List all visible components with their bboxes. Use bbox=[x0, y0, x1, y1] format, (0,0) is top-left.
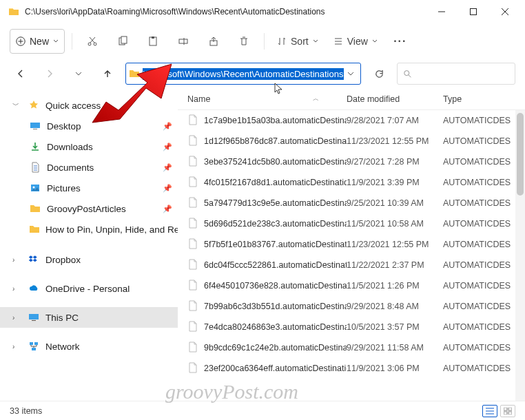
search-input[interactable] bbox=[416, 69, 509, 79]
network-icon bbox=[28, 341, 40, 352]
grid-icon bbox=[504, 408, 512, 414]
file-type: AUTOMATICDES bbox=[443, 281, 525, 291]
minimize-button[interactable] bbox=[426, 1, 457, 23]
file-row[interactable]: 7b99ab6c3d3b551d.automaticDestination..9… bbox=[178, 296, 525, 317]
folder-icon bbox=[8, 6, 19, 17]
file-row[interactable]: 5a794779d13c9e5e.automaticDestination..9… bbox=[178, 193, 525, 213]
pictures-icon bbox=[29, 182, 41, 193]
column-type[interactable]: Type bbox=[443, 94, 525, 104]
file-icon bbox=[187, 238, 198, 251]
sidebar-item-desktop[interactable]: Desktop📌 bbox=[0, 116, 178, 136]
up-button[interactable] bbox=[96, 63, 119, 85]
file-row[interactable]: 4fc015f2167d8d1.automaticDestinations-..… bbox=[178, 172, 525, 193]
sidebar-item-folder[interactable]: GroovyPostArticles📌 bbox=[0, 198, 178, 219]
file-type: AUTOMATICDES bbox=[443, 302, 525, 311]
file-row[interactable]: 6dc04f5ccc522861.automaticDestination..1… bbox=[178, 255, 525, 275]
delete-button[interactable] bbox=[231, 29, 257, 54]
svg-point-2 bbox=[88, 43, 91, 45]
copy-button[interactable] bbox=[110, 29, 136, 54]
arrow-right-icon bbox=[45, 69, 54, 78]
sidebar-item-onedrive[interactable]: ›OneDrive - Personal bbox=[0, 278, 178, 299]
search-box[interactable] bbox=[397, 63, 515, 85]
svg-point-3 bbox=[94, 43, 96, 45]
file-type: AUTOMATICDES bbox=[443, 178, 525, 187]
documents-icon bbox=[29, 162, 41, 173]
file-icon bbox=[187, 342, 198, 355]
file-name: 1c7a9be1b15a03ba.automaticDestination.. bbox=[204, 116, 347, 125]
column-name[interactable]: Name︿ bbox=[178, 94, 347, 104]
file-row[interactable]: 23ef200ca6364eff.automaticDestinations-.… bbox=[178, 358, 525, 379]
column-headers: Name︿ Date modified Type bbox=[178, 88, 525, 110]
file-icon bbox=[187, 114, 198, 127]
svg-point-14 bbox=[33, 187, 35, 189]
svg-rect-0 bbox=[471, 9, 477, 15]
file-date: 9/27/2021 7:28 PM bbox=[347, 157, 443, 167]
address-dropdown-button[interactable] bbox=[344, 67, 358, 80]
cut-button[interactable] bbox=[79, 29, 105, 54]
sidebar-item-pictures[interactable]: Pictures📌 bbox=[0, 178, 178, 198]
sidebar-item-network[interactable]: ›Network bbox=[0, 336, 178, 357]
new-button[interactable]: New bbox=[10, 29, 65, 54]
navigation-pane: ﹀ Quick access Desktop📌 Downloads📌 Docum… bbox=[0, 88, 178, 401]
recent-locations-button[interactable] bbox=[68, 63, 90, 85]
file-list: 1c7a9be1b15a03ba.automaticDestination..9… bbox=[178, 110, 525, 401]
arrow-left-icon bbox=[16, 69, 25, 78]
file-name: 4fc015f2167d8d1.automaticDestinations-.. bbox=[204, 178, 347, 187]
file-list-pane: Name︿ Date modified Type 1c7a9be1b15a03b… bbox=[178, 88, 525, 401]
view-button[interactable]: View bbox=[328, 29, 383, 54]
forward-button[interactable] bbox=[39, 63, 61, 85]
refresh-button[interactable] bbox=[368, 63, 390, 85]
file-row[interactable]: 1c7a9be1b15a03ba.automaticDestination..9… bbox=[178, 110, 525, 131]
file-name: 23ef200ca6364eff.automaticDestinations-.… bbox=[204, 364, 347, 373]
file-date: 11/9/2021 3:06 PM bbox=[347, 364, 443, 373]
sort-button[interactable]: Sort bbox=[271, 29, 324, 54]
rename-button[interactable] bbox=[170, 29, 196, 54]
sidebar-item-dropbox[interactable]: ›Dropbox bbox=[0, 249, 178, 270]
view-details-button[interactable] bbox=[482, 405, 497, 417]
cloud-icon bbox=[28, 283, 40, 294]
address-path[interactable]: \Microsoft\Windows\Recent\AutomaticDesti… bbox=[143, 68, 344, 80]
sidebar-item-quick-access[interactable]: ﹀ Quick access bbox=[0, 95, 178, 116]
scrollbar[interactable] bbox=[515, 110, 525, 401]
file-date: 11/5/2021 1:26 PM bbox=[347, 281, 443, 291]
svg-rect-23 bbox=[508, 412, 512, 414]
file-row[interactable]: 7e4dca80246863e3.automaticDestination..1… bbox=[178, 317, 525, 337]
pin-icon: 📌 bbox=[163, 184, 172, 193]
column-date[interactable]: Date modified bbox=[347, 94, 443, 104]
view-icon bbox=[333, 36, 343, 46]
more-button[interactable]: ··· bbox=[387, 29, 413, 54]
share-icon bbox=[208, 36, 219, 47]
close-button[interactable] bbox=[489, 1, 521, 23]
view-thumbnails-button[interactable] bbox=[500, 405, 515, 417]
file-icon bbox=[187, 321, 198, 334]
pin-icon: 📌 bbox=[163, 143, 172, 151]
sidebar-item-documents[interactable]: Documents📌 bbox=[0, 157, 178, 178]
downloads-icon bbox=[29, 141, 41, 152]
file-date: 11/22/2021 2:37 PM bbox=[347, 260, 443, 270]
file-row[interactable]: 9b9cdc69c1c24e2b.automaticDestination..9… bbox=[178, 337, 525, 358]
star-icon bbox=[28, 100, 40, 111]
file-row[interactable]: 5f7b5f1e01b83767.automaticDestination..1… bbox=[178, 234, 525, 255]
sidebar-item-folder[interactable]: How to Pin, Unpin, Hide, and Re bbox=[0, 219, 178, 240]
share-button[interactable] bbox=[200, 29, 227, 54]
file-row[interactable]: 1d12f965b876dc87.automaticDestination..1… bbox=[178, 131, 525, 151]
sidebar-item-downloads[interactable]: Downloads📌 bbox=[0, 136, 178, 157]
pin-icon: 📌 bbox=[163, 163, 172, 172]
address-bar[interactable]: \Microsoft\Windows\Recent\AutomaticDesti… bbox=[125, 63, 361, 85]
back-button[interactable] bbox=[10, 63, 32, 85]
file-date: 10/5/2021 3:57 PM bbox=[347, 322, 443, 332]
paste-button[interactable] bbox=[140, 29, 166, 54]
file-row[interactable]: 5d696d521de238c3.automaticDestination..1… bbox=[178, 213, 525, 234]
scrollbar-thumb[interactable] bbox=[517, 113, 524, 196]
file-row[interactable]: 6f4e45010736e828.automaticDestination..1… bbox=[178, 275, 525, 296]
sort-icon bbox=[277, 36, 287, 46]
svg-rect-16 bbox=[32, 320, 36, 321]
file-row[interactable]: 3ebe375241dc5b80.automaticDestination..9… bbox=[178, 151, 525, 172]
chevron-right-icon: › bbox=[12, 285, 22, 293]
file-type: AUTOMATICDES bbox=[443, 260, 525, 270]
file-name: 5d696d521de238c3.automaticDestination.. bbox=[204, 219, 347, 229]
file-icon bbox=[187, 362, 198, 375]
list-icon bbox=[486, 408, 494, 414]
sidebar-item-this-pc[interactable]: ›This PC bbox=[0, 307, 178, 328]
maximize-button[interactable] bbox=[457, 1, 489, 23]
